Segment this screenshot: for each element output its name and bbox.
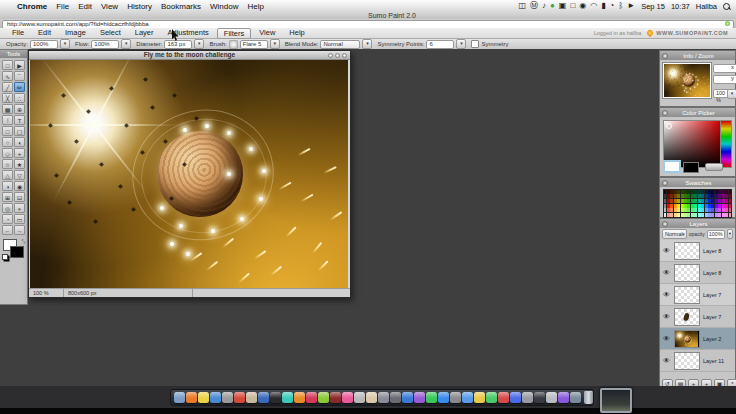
menu-file[interactable]: File xyxy=(6,28,30,39)
tool-0[interactable]: □ xyxy=(2,60,13,70)
menu-help[interactable]: Help xyxy=(283,28,310,39)
tool-2[interactable]: ∿ xyxy=(2,71,13,81)
dock-app-icon-27[interactable] xyxy=(498,392,509,403)
dock-app-icon-2[interactable] xyxy=(198,392,209,403)
mac-menu-chrome[interactable]: Chrome xyxy=(17,2,47,11)
canvas-image[interactable] xyxy=(30,60,348,288)
option-stepper-button[interactable]: ▾ xyxy=(194,39,204,49)
hue-strip[interactable] xyxy=(720,120,732,168)
dock-app-icon-5[interactable] xyxy=(234,392,245,403)
panel-collapse-icon[interactable] xyxy=(662,221,668,227)
tool-7[interactable]: ∴ xyxy=(14,93,25,103)
tool-8[interactable]: ▦ xyxy=(2,104,13,114)
dock-app-icon-17[interactable] xyxy=(378,392,389,403)
tool-6[interactable]: ╳ xyxy=(2,93,13,103)
tool-29[interactable]: ▭ xyxy=(14,214,25,224)
layer-visibility-eye-icon[interactable]: 👁 xyxy=(662,291,671,298)
tool-22[interactable]: ◑ xyxy=(2,181,13,191)
minimized-window-thumbnail[interactable] xyxy=(600,388,632,413)
canvas-close-button[interactable] xyxy=(342,53,347,58)
tool-12[interactable]: □ xyxy=(2,126,13,136)
symmetry-checkbox[interactable] xyxy=(471,40,479,48)
mac-menu-help[interactable]: Help xyxy=(247,2,263,11)
swatch-grid[interactable] xyxy=(663,189,732,218)
record-icon[interactable]: ◉ xyxy=(579,2,586,10)
mac-menu-edit[interactable]: Edit xyxy=(78,2,92,11)
dock-app-icon-32[interactable] xyxy=(558,392,569,403)
background-color-chip[interactable] xyxy=(10,246,24,258)
mac-menu-bookmarks[interactable]: Bookmarks xyxy=(161,2,201,11)
dock-app-icon-6[interactable] xyxy=(246,392,257,403)
tool-10[interactable]: ⊺ xyxy=(2,115,13,125)
dock-app-icon-16[interactable] xyxy=(366,392,377,403)
battery-icon[interactable]: ▮ xyxy=(601,2,605,10)
dock-app-icon-21[interactable] xyxy=(426,392,437,403)
panel-collapse-icon[interactable] xyxy=(662,110,668,116)
canvas-title-bar[interactable]: Fly me to the moon challenge xyxy=(29,51,350,60)
volume-arrow-icon[interactable]: ► xyxy=(627,2,635,10)
layer-visibility-eye-icon[interactable]: 👁 xyxy=(662,269,671,276)
layer-row-layer-8[interactable]: 👁Layer 8 xyxy=(660,262,735,284)
dock-app-icon-4[interactable] xyxy=(222,392,233,403)
menu-edit[interactable]: Edit xyxy=(32,28,57,39)
dock-app-icon-12[interactable] xyxy=(318,392,329,403)
dock-app-icon-15[interactable] xyxy=(354,392,365,403)
panel-collapse-icon[interactable] xyxy=(662,180,668,186)
tool-14[interactable]: ○ xyxy=(2,137,13,147)
menu-bar-user[interactable]: Hallba xyxy=(696,2,717,11)
swatch-cell[interactable] xyxy=(729,194,732,198)
layer-visibility-eye-icon[interactable]: 👁 xyxy=(662,357,671,364)
swatch-cell[interactable] xyxy=(729,213,732,217)
option-value-field[interactable]: 163 px xyxy=(164,40,192,49)
tool-27[interactable]: ⌖ xyxy=(14,203,25,213)
dock-app-icon-31[interactable] xyxy=(546,392,557,403)
tool-24[interactable]: ⊞ xyxy=(2,192,13,202)
layer-visibility-eye-icon[interactable]: 👁 xyxy=(662,313,671,320)
tool-23[interactable]: ◉ xyxy=(14,181,25,191)
menu-image[interactable]: Image xyxy=(59,28,92,39)
dock-app-icon-9[interactable] xyxy=(282,392,293,403)
dock-app-icon-29[interactable] xyxy=(522,392,533,403)
tool-19[interactable]: ★ xyxy=(14,159,25,169)
dock-app-icon-25[interactable] xyxy=(474,392,485,403)
tool-18[interactable]: ☆ xyxy=(2,159,13,169)
sync-green-icon[interactable]: ● xyxy=(550,2,555,10)
bluetooth-icon[interactable]: ᛒ xyxy=(618,2,623,10)
picker-foreground-swatch[interactable] xyxy=(663,160,681,173)
tool-4[interactable]: ╱ xyxy=(2,82,13,92)
layer-row-layer-11[interactable]: 👁Layer 11 xyxy=(660,350,735,372)
option-stepper-button[interactable]: ▾ xyxy=(362,39,372,49)
mac-menu-history[interactable]: History xyxy=(127,2,152,11)
dock-app-icon-10[interactable] xyxy=(294,392,305,403)
box-light-icon[interactable]: □ xyxy=(570,2,575,10)
layer-row-layer-2[interactable]: 👁Layer 2 xyxy=(660,328,735,350)
dock-app-icon-28[interactable] xyxy=(510,392,521,403)
tool-5-brush-selected[interactable]: ✏ xyxy=(14,82,25,92)
dock-app-icon-30[interactable] xyxy=(534,392,545,403)
zoom-stepper-button[interactable]: ▾ xyxy=(727,89,736,99)
swatch-cell[interactable] xyxy=(729,204,732,208)
dock-app-icon-19[interactable] xyxy=(402,392,413,403)
option-stepper-button[interactable]: ▾ xyxy=(456,39,466,49)
navigator-thumbnail[interactable] xyxy=(663,63,711,98)
mac-menu-window[interactable]: Window xyxy=(210,2,238,11)
option-value-field[interactable]: 6 xyxy=(426,40,454,49)
layer-blend-mode-select[interactable]: Normal xyxy=(662,229,687,239)
option-stepper-button[interactable]: ▾ xyxy=(60,39,70,49)
tool-16[interactable]: ◇ xyxy=(2,148,13,158)
swatch-cell[interactable] xyxy=(729,208,732,212)
swatch-cell[interactable] xyxy=(729,190,732,194)
tool-1[interactable]: ▶ xyxy=(14,60,25,70)
panel-collapse-icon[interactable] xyxy=(662,53,668,59)
color-picker-cursor[interactable] xyxy=(666,123,672,129)
mac-menu-view[interactable]: View xyxy=(101,2,118,11)
dock-app-icon-33[interactable] xyxy=(570,392,581,403)
menu-adjustments[interactable]: Adjustments xyxy=(162,28,215,39)
menu-select[interactable]: Select xyxy=(94,28,127,39)
dock-app-icon-14[interactable] xyxy=(342,392,353,403)
canvas-minimize-button[interactable] xyxy=(328,53,333,58)
dock-app-icon-20[interactable] xyxy=(414,392,425,403)
tool-26[interactable]: ◎ xyxy=(2,203,13,213)
option-value-field[interactable]: 100% xyxy=(91,40,119,49)
layer-row-layer-8[interactable]: 👁Layer 8 xyxy=(660,240,735,262)
